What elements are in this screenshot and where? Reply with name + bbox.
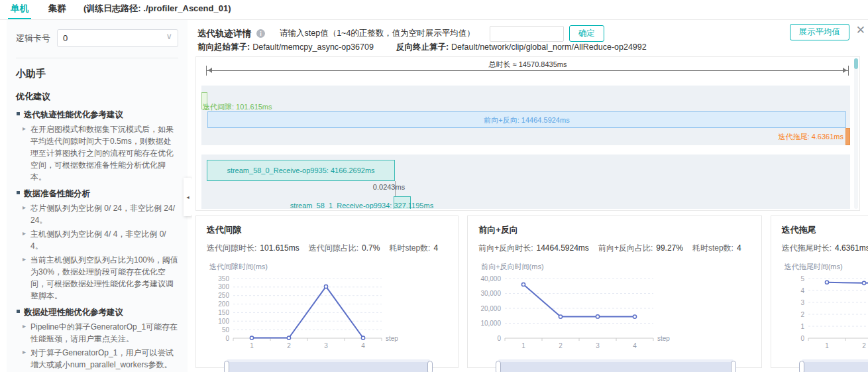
stat-label: 迭代间隙占比:: [309, 243, 358, 253]
stat-value: 14464.5924ms: [536, 243, 588, 253]
suggestion-item: 在开启图模式和数据集下沉模式后，如果平均迭代间隙时间大于0.5ms，则数据处理至…: [16, 123, 178, 183]
brush-handle-left[interactable]: [799, 361, 804, 372]
svg-text:20,000: 20,000: [481, 305, 502, 312]
suggestion-item: 主机侧队列为空比例 4/ 4，非空比例 0/ 4。: [16, 228, 178, 252]
sidebar-collapse-handle[interactable]: ◄: [184, 178, 192, 216]
suggestion-item: 对于算子GeneratorOp_1，用户可以尝试增大或减小num_paralle…: [16, 347, 178, 371]
metric-card-3: 迭代拖尾迭代拖尾时长:4.6361ms迭代拖尾占比:0.03%耗时step数:4…: [771, 216, 868, 368]
stat-label: 前向+反向占比:: [598, 243, 653, 253]
iteration-gap-label: 迭代间隙: 101.615ms: [203, 102, 272, 112]
forward-start-op-label: 前向起始算子:: [197, 42, 250, 52]
stream-receive-bar-1[interactable]: stream_58_0_Receive-op9935: 4166.2692ms: [207, 160, 395, 181]
svg-text:1: 1: [521, 342, 525, 349]
iteration-tail-label: 迭代拖尾: 4.6361ms: [779, 132, 843, 142]
svg-text:0: 0: [225, 335, 229, 342]
metric-card-2: 前向+反向前向+反向时长:14464.5924ms前向+反向占比:99.27%耗…: [467, 216, 762, 368]
metric-card-title: 迭代间隙: [207, 224, 447, 236]
backward-end-op-label: 反向终止算子:: [396, 42, 449, 52]
suggestion-item: 芯片侧队列为空比例 0/ 24，非空比例 24/ 24。: [16, 202, 178, 226]
suggestion-section-title: 数据准备性能分析: [16, 188, 178, 200]
svg-text:1: 1: [800, 323, 804, 330]
svg-text:200: 200: [218, 300, 229, 308]
suggestion-item: Pipeline中的算子GeneratorOp_1可能存在性能瓶颈，请用户重点关…: [16, 321, 178, 345]
stat-label: 耗时step数:: [692, 243, 733, 253]
stat-value: 99.27%: [656, 243, 683, 253]
tab-cluster[interactable]: 集群: [46, 3, 69, 19]
timeline-row-streams: stream_58_0_Receive-op9935: 4166.2692ms …: [201, 155, 850, 209]
svg-text:3: 3: [596, 342, 600, 349]
suggestion-item: 当前主机侧队列空队列占比为100%，阈值为30%，数据处理阶段可能存在优化空间，…: [16, 254, 178, 302]
svg-text:2: 2: [559, 342, 563, 349]
line-chart[interactable]: 010,00020,00030,00040,0001234step: [478, 273, 676, 357]
svg-text:30,000: 30,000: [481, 290, 502, 297]
stat-value: 101.615ms: [260, 243, 299, 253]
arrow-endbar-left: [206, 66, 207, 76]
stat-value: 0.7%: [362, 243, 380, 253]
show-average-button[interactable]: 展示平均值: [790, 24, 850, 40]
iteration-trace-panel: 迭代轨迹详情 i 请输入step值（1~4的正整数，值为空时展示平均值） 确定 …: [192, 20, 868, 372]
svg-text:0: 0: [498, 335, 502, 342]
timeline-chart[interactable]: 总时长 ≈ 14570.8435ms 迭代间隙: 101.615ms 前向+反向…: [195, 56, 860, 211]
svg-text:1: 1: [825, 342, 829, 349]
suggestions-title: 优化建议: [16, 91, 178, 103]
total-duration-arrow: [206, 70, 849, 71]
svg-text:40,000: 40,000: [481, 275, 502, 282]
svg-text:4: 4: [633, 342, 637, 349]
line-chart[interactable]: 0123451234step: [782, 273, 868, 357]
brush-handle-left[interactable]: [224, 361, 229, 372]
svg-text:4: 4: [800, 287, 804, 294]
stream-gap-label: 0.0243ms: [359, 183, 419, 191]
svg-text:250: 250: [218, 292, 229, 299]
logic-card-label: 逻辑卡号: [16, 32, 50, 44]
forward-start-op: 前向起始算子:Default/memcpy_async-op36709: [197, 42, 374, 53]
svg-text:10,000: 10,000: [481, 320, 502, 327]
svg-text:350: 350: [218, 275, 229, 282]
chart-brush-slider[interactable]: [498, 362, 733, 372]
svg-text:2: 2: [287, 342, 291, 349]
chart-brush-slider[interactable]: [227, 362, 430, 372]
iteration-tail-bar[interactable]: [845, 128, 850, 145]
step-input-hint: 请输入step值（1~4的正整数，值为空时展示平均值）: [280, 28, 475, 39]
svg-text:3: 3: [324, 342, 328, 349]
step-input[interactable]: [490, 26, 564, 42]
stat-label: 迭代拖尾时长:: [782, 243, 832, 253]
svg-text:150: 150: [218, 309, 229, 316]
assistant-title: 小助手: [16, 68, 178, 80]
stream-receive-label-2: stream_58_1_Receive-op9934: 327.1195ms: [269, 202, 455, 209]
info-icon[interactable]: i: [256, 29, 265, 38]
brush-handle-right[interactable]: [427, 361, 433, 372]
metric-card-stats: 前向+反向时长:14464.5924ms前向+反向占比:99.27%耗时step…: [478, 243, 751, 254]
panel-title: 迭代轨迹详情: [197, 28, 251, 40]
suggestion-section-title: 迭代轨迹性能优化参考建议: [16, 109, 178, 121]
confirm-button[interactable]: 确定: [569, 25, 604, 42]
training-log-path: (训练日志路径: ./profiler_Ascend_01): [83, 3, 231, 19]
svg-text:step: step: [657, 335, 670, 342]
arrow-endbar-right: [848, 66, 849, 76]
stat-label: 前向+反向时长:: [478, 243, 533, 253]
svg-text:4: 4: [361, 342, 365, 349]
svg-text:2: 2: [800, 311, 804, 318]
line-chart[interactable]: 0501001502002503003501234step: [207, 273, 404, 357]
close-icon[interactable]: ✕: [856, 25, 865, 36]
timeline-row-step: 迭代间隙: 101.615ms 前向+反向: 14464.5924ms 迭代拖尾…: [201, 86, 850, 145]
tab-standalone[interactable]: 单机: [8, 3, 31, 19]
logic-card-value: 0: [63, 33, 68, 43]
backward-end-op: 反向终止算子:Default/network/clip/global_norm/…: [396, 42, 647, 53]
chart-y-axis-title: 迭代拖尾时间(ms): [785, 262, 868, 272]
svg-text:1: 1: [250, 342, 254, 349]
metric-card-stats: 迭代间隙时长:101.615ms迭代间隙占比:0.7%耗时step数:4: [207, 243, 447, 254]
brush-handle-right[interactable]: [731, 361, 736, 372]
svg-text:300: 300: [218, 283, 229, 290]
brush-handle-left[interactable]: [496, 361, 501, 372]
stat-label: 迭代间隙时长:: [207, 243, 256, 253]
svg-text:step: step: [386, 335, 398, 342]
timeline-scrollbar[interactable]: [854, 58, 858, 209]
metric-cards-row: 迭代间隙迭代间隙时长:101.615ms迭代间隙占比:0.7%耗时step数:4…: [195, 216, 860, 368]
chart-brush-slider[interactable]: [802, 362, 868, 372]
svg-text:0: 0: [800, 335, 804, 342]
logic-card-select[interactable]: 0 ∨: [57, 29, 178, 47]
forward-backward-bar[interactable]: 前向+反向: 14464.5924ms: [207, 111, 846, 128]
chevron-down-icon: ∨: [166, 33, 172, 40]
svg-text:100: 100: [218, 318, 229, 325]
timeline-scrollbar-thumb[interactable]: [854, 58, 858, 69]
